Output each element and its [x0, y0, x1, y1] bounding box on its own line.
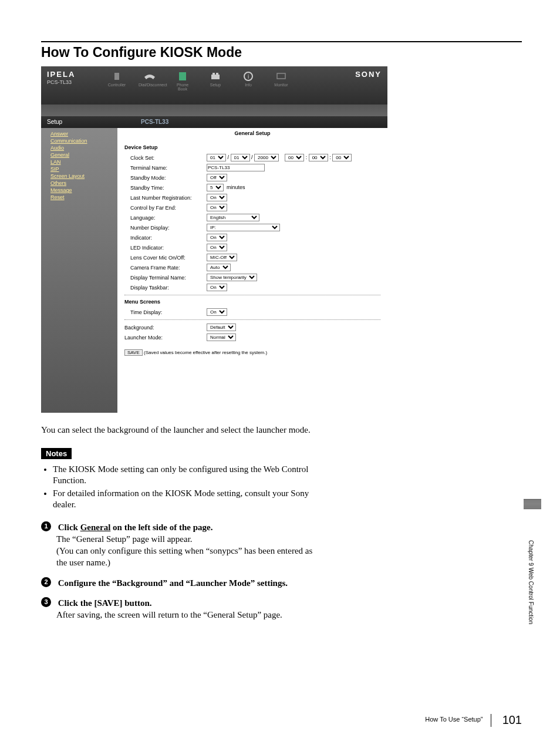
setup-bar: Setup PCS-TL33	[41, 116, 387, 128]
setup-sidebar: Answer Communication Audio General LAN S…	[41, 128, 117, 413]
row-display-taskbar: Display Taskbar:On	[124, 282, 380, 292]
step-link-general: General	[80, 523, 111, 532]
save-button[interactable]: SAVE	[124, 349, 143, 356]
step-head: Click the [SAVE] button.	[58, 598, 152, 608]
row-camera-frame: Camera Frame Rate:Auto	[124, 262, 380, 272]
row-background: Background:Default	[124, 322, 380, 332]
chapter-label: Chapter 9 Web Control Function	[528, 540, 534, 624]
language-select[interactable]: English	[207, 214, 259, 221]
row-led-indicator: LED Indicator:On	[124, 242, 380, 252]
content-title: General Setup	[117, 128, 387, 139]
display-taskbar-select[interactable]: On	[207, 284, 227, 291]
nav-info[interactable]: iInfo	[237, 71, 259, 91]
row-launcher-mode: Launcher Mode:Normal	[124, 332, 380, 342]
page-title: How To Configure KIOSK Mode	[41, 45, 522, 60]
note-item: The KIOSK Mode setting can only be confi…	[53, 464, 323, 487]
nav-controller[interactable]: Controller	[106, 71, 128, 91]
note-item: For detailed information on the KIOSK Mo…	[53, 488, 323, 511]
notes-badge: Notes	[41, 448, 72, 459]
sidebar-others[interactable]: Others	[45, 180, 114, 187]
row-number-display: Number Display:IP:	[124, 223, 380, 233]
steps: 1 Click General on the left side of the …	[41, 521, 323, 621]
step-body: The “General Setup” page will appear.(Yo…	[56, 533, 323, 569]
edge-marks	[524, 499, 541, 510]
sidebar-lan[interactable]: LAN	[45, 159, 114, 166]
row-control-far: Control by Far End:On	[124, 203, 380, 213]
step-head: Configure the “Background” and “Launcher…	[58, 578, 288, 588]
setup-content: General Setup Device Setup Clock Set: 01…	[117, 128, 387, 413]
clock-ss[interactable]: 00	[332, 154, 352, 161]
launcher-mode-select[interactable]: Normal	[207, 333, 236, 341]
nav-phonebook[interactable]: Phone Book	[171, 71, 194, 91]
svg-rect-2	[211, 75, 220, 79]
menu-screens-head: Menu Screens	[124, 299, 380, 305]
top-nav: Controller Dial/Disconnect Phone Book Se…	[106, 71, 292, 91]
standby-mode-select[interactable]: Off	[207, 174, 227, 181]
row-last-number: Last Number Registration:On	[124, 193, 380, 203]
nav-monitor[interactable]: Monitor	[270, 71, 292, 91]
notes-list: The KIOSK Mode setting can only be confi…	[41, 464, 323, 511]
background-select[interactable]: Default	[207, 324, 236, 331]
row-time-display: Time Display:On	[124, 307, 380, 317]
save-note: (Saved values become effective after res…	[144, 350, 267, 355]
clock-mm[interactable]: 00	[309, 154, 328, 161]
row-lens-cover: Lens Cover Mic On/Off:MIC-Off	[124, 252, 380, 262]
row-indicator: Indicator:On	[124, 233, 380, 242]
svg-rect-7	[277, 73, 285, 79]
step-number-icon: 1	[41, 521, 51, 531]
number-display-select[interactable]: IP:	[207, 224, 280, 231]
step-number-icon: 2	[41, 577, 51, 587]
sidebar-sip[interactable]: SIP	[45, 166, 114, 173]
page-footer: How To Use “Setup” 101	[425, 713, 522, 727]
nav-dial[interactable]: Dial/Disconnect	[139, 71, 161, 91]
page-number: 101	[502, 713, 522, 726]
intro-text: You can select the background of the lau…	[41, 424, 323, 436]
svg-rect-3	[212, 73, 215, 75]
clock-hh[interactable]: 00	[285, 154, 304, 161]
row-language: Language:English	[124, 213, 380, 223]
model-label: PCS-TL33	[47, 79, 72, 85]
svg-text:i: i	[248, 73, 249, 80]
svg-rect-0	[114, 73, 119, 80]
maker-logo: SONY	[355, 70, 382, 79]
footer-text: How To Use “Setup”	[425, 716, 483, 723]
row-terminal-name: Terminal Name:	[124, 163, 380, 173]
row-standby-mode: Standby Mode:Off	[124, 173, 380, 183]
sidebar-general[interactable]: General	[45, 151, 114, 159]
row-standby-time: Standby Time:5 minutes	[124, 183, 380, 193]
sidebar-screen-layout[interactable]: Screen Layout	[45, 173, 114, 180]
display-terminal-select[interactable]: Show temporarily	[207, 274, 257, 281]
indicator-select[interactable]: On	[207, 234, 227, 241]
terminal-name-input[interactable]	[207, 164, 265, 171]
sidebar-audio[interactable]: Audio	[45, 144, 114, 151]
control-far-select[interactable]: On	[207, 204, 227, 211]
lens-cover-select[interactable]: MIC-Off	[207, 254, 237, 261]
sidebar-communication[interactable]: Communication	[45, 137, 114, 144]
standby-time-select[interactable]: 5	[207, 184, 224, 191]
row-clock-set: Clock Set: 01 / 01 / 2000 00 : 00 : 00	[124, 153, 380, 163]
last-number-select[interactable]: On	[207, 194, 227, 201]
sidebar-answer[interactable]: Answer	[45, 130, 114, 137]
time-display-select[interactable]: On	[207, 308, 227, 316]
row-display-terminal: Display Terminal Name:Show temporarily	[124, 272, 380, 282]
led-indicator-select[interactable]: On	[207, 244, 227, 251]
clock-month[interactable]: 01	[207, 154, 226, 161]
clock-year[interactable]: 2000	[254, 154, 279, 161]
nav-setup[interactable]: Setup	[204, 71, 227, 91]
step-body: After saving, the screen will return to …	[56, 609, 323, 621]
svg-rect-4	[216, 73, 218, 75]
clock-day[interactable]: 01	[231, 154, 250, 161]
svg-rect-1	[179, 72, 186, 80]
camera-frame-select[interactable]: Auto	[207, 264, 231, 271]
sidebar-reset[interactable]: Reset	[45, 194, 114, 201]
device-setup-head: Device Setup	[124, 144, 380, 150]
step-number-icon: 3	[41, 597, 51, 607]
brand-logo: IPELA	[47, 70, 75, 79]
sidebar-message[interactable]: Message	[45, 187, 114, 194]
setup-screenshot: IPELA PCS-TL33 SONY Controller Dial/Disc…	[41, 66, 387, 413]
